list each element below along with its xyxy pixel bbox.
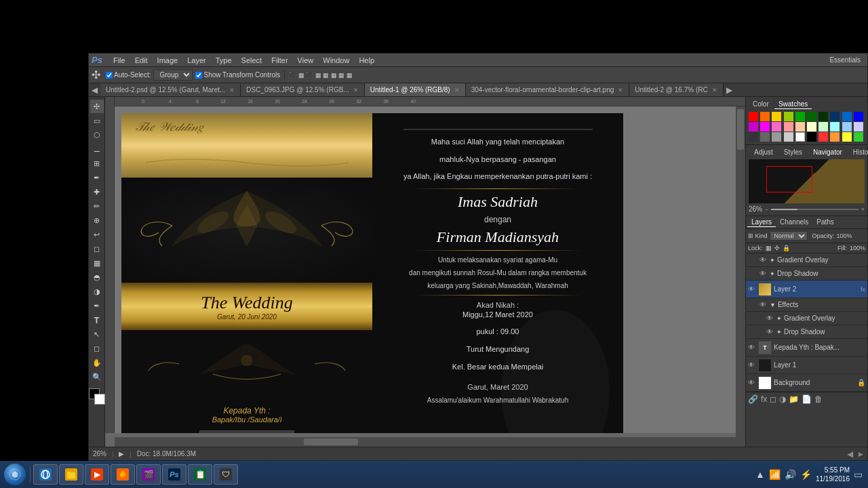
menu-file[interactable]: File: [109, 56, 130, 65]
swatch[interactable]: [830, 132, 840, 142]
tab-close-untitled1[interactable]: ✕: [454, 87, 460, 94]
add-mask-icon[interactable]: ◻: [770, 394, 776, 404]
transform-checkbox[interactable]: Show Transform Controls: [195, 71, 280, 79]
taskbar-app7[interactable]: 🛡: [214, 464, 238, 485]
taskbar-media[interactable]: ▶: [85, 464, 109, 485]
swatch[interactable]: [784, 122, 793, 131]
brush-tool[interactable]: ✏: [90, 199, 104, 213]
swatch[interactable]: [807, 112, 816, 121]
zoom-tool[interactable]: 🔍: [90, 370, 104, 384]
healing-tool[interactable]: ✚: [90, 185, 104, 199]
eraser-tool[interactable]: ◻: [90, 242, 104, 256]
new-group-icon[interactable]: 📁: [789, 394, 799, 404]
layer-1[interactable]: 👁 Layer 1: [746, 357, 867, 374]
layer-drop-shadow-2[interactable]: 👁 ✦ Drop Shadow: [746, 325, 867, 339]
swatch[interactable]: [818, 112, 828, 121]
swatch[interactable]: [842, 112, 852, 121]
auto-select-checkbox[interactable]: Auto-Select:: [106, 71, 151, 79]
blend-mode-select[interactable]: Normal: [770, 231, 808, 241]
layer-eye-icon[interactable]: 👁: [748, 361, 756, 369]
swatch[interactable]: [854, 122, 863, 131]
swatch[interactable]: [772, 132, 781, 142]
layer-gradient-overlay-2[interactable]: 👁 ✦ Gradient Overlay: [746, 312, 867, 325]
layers-tab[interactable]: Layers: [747, 218, 776, 227]
swatch[interactable]: [760, 132, 770, 142]
menu-help[interactable]: Help: [355, 56, 378, 65]
layer-eye-icon[interactable]: 👁: [748, 344, 756, 351]
swatch[interactable]: [795, 122, 805, 131]
taskbar-ie[interactable]: [33, 464, 58, 485]
vertical-scrollbar[interactable]: [736, 106, 745, 437]
pen-tool[interactable]: ✒: [90, 299, 104, 312]
channels-tab[interactable]: Channels: [776, 218, 812, 227]
delete-layer-icon[interactable]: 🗑: [814, 394, 823, 404]
eyedropper-tool[interactable]: ✒: [90, 171, 104, 184]
shape-tool[interactable]: ◻: [90, 342, 104, 355]
new-layer-icon[interactable]: 📄: [802, 394, 812, 404]
tray-arrow-icon[interactable]: ▲: [755, 469, 765, 480]
swatch[interactable]: [854, 112, 863, 121]
lock-pixels-icon[interactable]: ▦: [766, 245, 772, 251]
layer-drop-shadow-1[interactable]: 👁 ✦ Drop Shadow: [746, 267, 867, 281]
tab-close-dsc[interactable]: ✕: [353, 87, 359, 94]
menu-type[interactable]: Type: [212, 56, 236, 65]
menu-window[interactable]: Window: [319, 56, 353, 65]
gradient-tool[interactable]: ▦: [90, 256, 104, 270]
blur-tool[interactable]: ◓: [90, 270, 104, 284]
layer-eye-icon[interactable]: 👁: [748, 379, 756, 386]
taskbar-video[interactable]: 🎬: [136, 464, 161, 485]
tab-untitled1[interactable]: Untitled-1 @ 26% (RGB/8) ✕: [365, 83, 466, 97]
menu-layer[interactable]: Layer: [183, 56, 210, 65]
network-icon[interactable]: 📶: [769, 469, 781, 480]
swatch[interactable]: [818, 132, 828, 142]
taskbar-explorer[interactable]: [59, 464, 83, 485]
swatch[interactable]: [749, 112, 758, 121]
layer-gradient-overlay-1[interactable]: 👁 ✦ Gradient Overlay: [746, 253, 867, 267]
taskbar-clock[interactable]: 5:55 PM 11/19/2016: [816, 466, 850, 483]
new-adjustment-icon[interactable]: ◑: [779, 394, 786, 404]
swatch[interactable]: [807, 122, 816, 131]
tab-untitled2[interactable]: Untitled-2.psd @ 12.5% (Garut, Maret... …: [100, 83, 241, 97]
path-select[interactable]: ↖: [90, 327, 104, 341]
taskbar-firefox[interactable]: [111, 464, 135, 485]
layer-eye-icon[interactable]: 👁: [748, 285, 756, 293]
show-desktop-icon[interactable]: ▭: [854, 469, 863, 480]
swatches-tab[interactable]: Swatches: [774, 100, 812, 109]
layer-2[interactable]: 👁 Layer 2 fx: [746, 281, 867, 298]
lock-move-icon[interactable]: ✣: [774, 245, 780, 251]
battery-icon[interactable]: ⚡: [800, 469, 812, 480]
volume-icon[interactable]: 🔊: [785, 469, 796, 480]
swatch[interactable]: [830, 122, 840, 131]
layer-eye-icon[interactable]: 👁: [760, 270, 768, 277]
tab-close-untitled2[interactable]: ✕: [229, 87, 235, 94]
history-brush[interactable]: ↩: [90, 228, 104, 241]
v-scroll-thumb[interactable]: [737, 109, 744, 150]
start-button[interactable]: [3, 462, 27, 487]
move-tool[interactable]: ✣: [90, 100, 104, 113]
layer-kepada[interactable]: 👁 T Kepada Yth : Bapak...: [746, 339, 867, 357]
link-layers-icon[interactable]: 🔗: [748, 394, 758, 404]
menu-filter[interactable]: Filter: [267, 56, 292, 65]
tab-close-floral[interactable]: ✕: [618, 87, 623, 94]
tab-scroll-left[interactable]: ◀: [89, 85, 100, 95]
marquee-tool[interactable]: ▭: [90, 114, 104, 127]
zoom-in-icon[interactable]: +: [861, 206, 865, 213]
quick-select-tool[interactable]: ⚊: [90, 142, 104, 156]
swatch[interactable]: [795, 132, 805, 142]
background-color[interactable]: [94, 394, 105, 405]
zoom-status[interactable]: 26%: [93, 450, 106, 458]
swatch[interactable]: [842, 122, 852, 131]
styles-tab[interactable]: Styles: [778, 148, 808, 157]
taskbar-photoshop[interactable]: Ps: [162, 464, 186, 485]
color-tab[interactable]: Color: [749, 100, 773, 109]
layer-eye-icon[interactable]: 👁: [760, 256, 768, 264]
menu-select[interactable]: Select: [237, 56, 267, 65]
tab-dsc[interactable]: DSC_0963.JPG @ 12.5% (RGB... ✕: [241, 83, 364, 97]
type-tool[interactable]: T: [90, 313, 104, 327]
menu-image[interactable]: Image: [153, 56, 182, 65]
dodge-tool[interactable]: ◑: [90, 285, 104, 298]
group-select[interactable]: Group: [153, 69, 193, 81]
arrow-icon[interactable]: ▶: [119, 450, 124, 458]
tab-untitled2b[interactable]: Untitled-2 @ 16.7% (RC ✕: [629, 83, 723, 97]
paths-tab[interactable]: Paths: [812, 218, 838, 227]
